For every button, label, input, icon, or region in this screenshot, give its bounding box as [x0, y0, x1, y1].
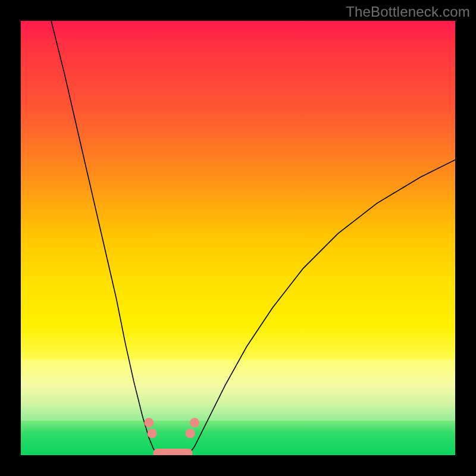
- valley-marker-dot: [148, 429, 157, 439]
- plot-area: [21, 21, 455, 455]
- curve-svg: [21, 21, 455, 455]
- valley-marker-dot: [190, 418, 199, 427]
- watermark-text: TheBottleneck.com: [346, 4, 470, 20]
- bottleneck-curve: [51, 21, 455, 455]
- valley-marker-dot: [144, 418, 154, 427]
- chart-frame: TheBottleneck.com: [0, 0, 476, 476]
- valley-markers: [144, 418, 199, 438]
- valley-marker-dot: [186, 429, 195, 439]
